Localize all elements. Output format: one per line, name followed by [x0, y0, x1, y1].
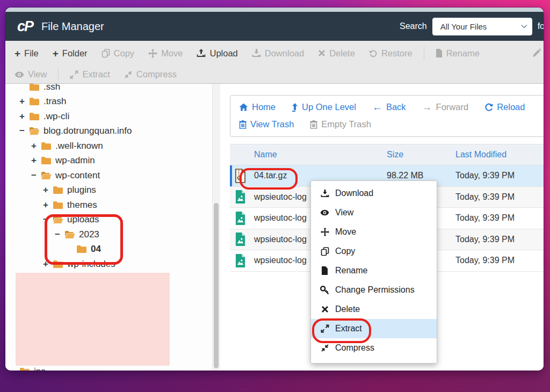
file-modified: Today, 9:39 PM	[455, 213, 544, 223]
folder-icon	[53, 201, 63, 209]
copy-icon	[320, 247, 329, 256]
trash-icon	[310, 120, 317, 129]
right-arrow-icon: →	[422, 102, 432, 112]
column-header-name[interactable]: Name	[230, 150, 387, 159]
copy-icon	[102, 49, 110, 58]
tree-item-04[interactable]: 04	[5, 242, 212, 257]
download-icon	[252, 49, 261, 57]
menu-item-delete[interactable]: Delete	[311, 300, 437, 319]
compress-icon	[124, 70, 133, 79]
up-one-level-link[interactable]: Up One Level	[292, 102, 356, 112]
menu-item-change-permissions[interactable]: Change Permissions	[311, 280, 437, 300]
tree-item-trash[interactable]: + .trash	[5, 95, 212, 110]
restore-button[interactable]: Restore	[362, 48, 419, 59]
move-button[interactable]: Move	[141, 48, 190, 59]
view-button[interactable]: View	[8, 69, 54, 79]
navigation-box: Home Up One Level ← Back → Forward	[230, 95, 544, 137]
tree-item-wp-includes[interactable]: + wp-includes	[5, 257, 212, 272]
file-modified: Today, 9:39 PM	[455, 256, 544, 265]
collapse-toggle[interactable]: −	[43, 214, 53, 225]
expand-toggle[interactable]: +	[19, 96, 29, 107]
key-icon	[320, 286, 329, 295]
file-modified: Today, 9:39 PM	[455, 192, 544, 202]
extract-button[interactable]: Extract	[63, 69, 117, 79]
file-size: 98.22 MB	[387, 171, 455, 180]
delete-button[interactable]: Delete	[311, 48, 362, 59]
app-title: File Manager	[41, 20, 104, 33]
left-arrow-icon: ←	[372, 102, 382, 112]
home-icon	[239, 103, 248, 111]
tree-item-2023[interactable]: − 2023	[5, 227, 212, 242]
tree-item-ins[interactable]: ins	[19, 364, 46, 371]
forward-link[interactable]: → Forward	[422, 102, 469, 112]
sidebar-scrollbar[interactable]	[212, 84, 221, 371]
window-top-strip	[5, 8, 544, 12]
open-folder-icon	[53, 215, 63, 224]
column-header-size[interactable]: Size	[387, 150, 455, 159]
menu-item-rename[interactable]: Rename	[311, 261, 437, 280]
toolbar-secondary: View Extract Compress	[5, 66, 544, 84]
column-header-last-modified[interactable]: Last Modified	[455, 150, 544, 159]
trash-icon	[239, 120, 247, 129]
collapse-toggle[interactable]: −	[19, 126, 29, 136]
file-modified: Today, 9:39 PM	[455, 171, 544, 180]
folder-icon	[53, 260, 63, 268]
expand-toggle[interactable]: +	[43, 200, 53, 210]
folder-button[interactable]: + Folder	[46, 48, 95, 59]
folder-icon	[41, 142, 52, 150]
rename-button[interactable]: Rename	[429, 48, 487, 59]
folder-icon	[53, 186, 63, 194]
file-manager-window: cP File Manager Search All Your Files fo…	[5, 8, 544, 371]
tree-item-blog-dotrungquan-info[interactable]: − blog.dotrungquan.info	[5, 124, 212, 139]
reload-link[interactable]: Reload	[484, 102, 525, 112]
context-menu: Download View Move Copy Rename Change Pe…	[310, 180, 437, 364]
tree-item-wp-content[interactable]: − wp-content	[5, 168, 212, 183]
expand-toggle[interactable]: +	[31, 155, 41, 166]
menu-item-move[interactable]: Move	[311, 222, 437, 242]
image-file-icon	[235, 190, 247, 204]
tree-item-themes[interactable]: + themes	[5, 198, 212, 213]
reload-icon	[484, 103, 493, 112]
tree-item-wp-admin[interactable]: + wp-admin	[5, 154, 212, 169]
download-button[interactable]: Download	[245, 48, 311, 59]
empty-trash-link[interactable]: Empty Trash	[310, 119, 371, 129]
copy-button[interactable]: Copy	[95, 48, 142, 59]
menu-item-copy[interactable]: Copy	[311, 242, 437, 261]
tree-item-wp-cli[interactable]: + .wp-cli	[5, 109, 212, 124]
tree-item-well-known[interactable]: + .well-known	[5, 139, 212, 154]
folder-icon	[41, 156, 52, 165]
compress-button[interactable]: Compress	[117, 69, 184, 79]
tree-item-ssh[interactable]: .ssh	[5, 84, 212, 95]
image-file-icon	[235, 211, 247, 226]
expand-toggle[interactable]: +	[43, 185, 53, 195]
edit-button[interactable]	[525, 48, 541, 58]
expand-toggle[interactable]: +	[19, 111, 29, 122]
eye-icon	[15, 71, 24, 78]
home-link[interactable]: Home	[239, 102, 276, 112]
image-file-icon	[235, 232, 247, 246]
expand-toggle[interactable]: +	[31, 141, 41, 151]
menu-item-download[interactable]: Download	[311, 184, 437, 203]
upload-button[interactable]: Upload	[190, 48, 244, 59]
view-trash-link[interactable]: View Trash	[239, 119, 294, 129]
tree-item-uploads[interactable]: − uploads	[5, 213, 212, 228]
collapse-toggle[interactable]: −	[31, 170, 41, 181]
folder-tree: .ssh + .trash + .wp-cli −	[5, 84, 212, 272]
collapse-toggle[interactable]: −	[55, 229, 64, 240]
search-scope-select[interactable]: All Your Files	[432, 18, 532, 35]
tree-item-plugins[interactable]: + plugins	[5, 183, 212, 198]
menu-item-view[interactable]: View	[311, 203, 437, 222]
restore-icon	[369, 49, 378, 57]
plus-icon: +	[15, 48, 20, 59]
back-link[interactable]: ← Back	[372, 102, 406, 112]
file-button[interactable]: + File	[8, 48, 46, 59]
scrollbar-thumb[interactable]	[214, 203, 219, 368]
expand-toggle[interactable]: +	[43, 259, 53, 270]
menu-item-extract[interactable]: Extract	[311, 319, 437, 338]
app-header: cP File Manager Search All Your Files fo	[5, 12, 544, 41]
move-icon	[148, 49, 157, 58]
file-icon	[436, 49, 443, 57]
file-name: wpsieutoc-log	[254, 235, 307, 244]
menu-item-compress[interactable]: Compress	[311, 338, 437, 358]
search-label: Search	[400, 21, 427, 31]
